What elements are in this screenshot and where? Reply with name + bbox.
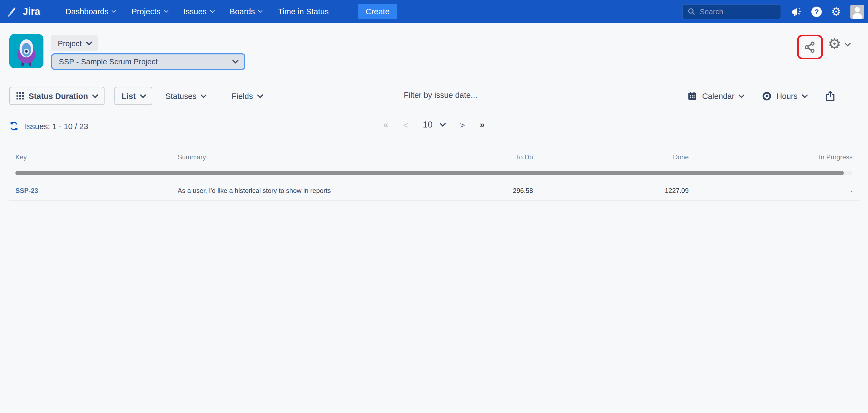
nav-right-cluster: Search ? ⚙ (682, 4, 868, 19)
issue-done-value: 1276.72 (539, 200, 695, 207)
gear-icon: ⚙ (828, 37, 841, 51)
bullseye-icon (763, 92, 772, 100)
user-avatar[interactable] (850, 5, 864, 19)
nav-time-in-status[interactable]: Time in Status (278, 7, 329, 16)
table-row: SSP-22 As a user, I'd like a historical … (9, 200, 859, 207)
share-icon (804, 41, 816, 53)
jira-logo-icon (8, 6, 19, 17)
col-header-key[interactable]: Key (9, 148, 172, 167)
chevron-down-icon (845, 40, 851, 46)
nav-projects[interactable]: Projects (131, 7, 167, 16)
nav-dashboards[interactable]: Dashboards (65, 7, 116, 16)
issue-summary: As a user, I'd like a historical story t… (172, 182, 419, 200)
date-filter-input[interactable]: Filter by issue date... (404, 91, 477, 100)
fields-dropdown[interactable]: Fields (231, 92, 262, 100)
statuses-dropdown[interactable]: Statuses (165, 92, 206, 100)
time-unit-dropdown[interactable]: Hours (763, 92, 807, 100)
jira-logo[interactable]: Jira (8, 6, 40, 17)
horizontal-scrollbar[interactable] (16, 171, 852, 175)
table-row: SSP-23 As a user, I'd like a historical … (9, 182, 859, 200)
chevron-down-icon (739, 92, 745, 98)
last-page-button[interactable]: » (479, 120, 485, 130)
next-page-button[interactable]: > (460, 120, 465, 130)
chevron-down-icon (440, 121, 446, 127)
table-header-row: Key Summary To Do Done In Progress (9, 148, 859, 167)
chevron-down-icon (802, 92, 808, 98)
announcement-icon[interactable] (790, 6, 802, 17)
search-icon (688, 8, 695, 15)
grid-icon (17, 92, 24, 100)
settings-icon[interactable]: ⚙ (831, 6, 841, 17)
project-select[interactable]: SSP - Sample Scrum Project (51, 53, 245, 70)
chevron-down-icon (257, 92, 263, 98)
view-dropdown[interactable]: List (115, 87, 152, 105)
chevron-down-icon (140, 92, 146, 98)
app-root: Jira Dashboards Projects Issues Boards T… (0, 0, 868, 207)
col-header-done[interactable]: Done (539, 148, 695, 167)
toolbar-right-cluster: Calendar Hours (688, 87, 835, 105)
chevron-down-icon (92, 92, 98, 98)
issue-key-link[interactable]: SSP-23 (16, 187, 38, 195)
chevron-down-icon (86, 39, 92, 45)
issue-todo-value: 296.58 (419, 182, 539, 200)
refresh-icon[interactable] (9, 122, 19, 131)
chevron-down-icon (232, 58, 239, 64)
issue-done-value: 1227.09 (539, 182, 695, 200)
top-nav: Jira Dashboards Projects Issues Boards T… (0, 0, 868, 23)
issue-inprogress-value: - (695, 200, 859, 207)
chevron-down-icon (258, 8, 262, 13)
search-placeholder: Search (700, 7, 723, 16)
issue-todo-value: 246.95 (419, 200, 539, 207)
page-size-select[interactable]: 10 (423, 120, 445, 130)
search-input[interactable]: Search (682, 4, 781, 19)
issue-key-link[interactable]: SSP-22 (16, 205, 38, 207)
report-type-dropdown[interactable]: Status Duration (9, 87, 104, 105)
create-button[interactable]: Create (358, 4, 397, 19)
pagination: « < 10 > » (383, 120, 485, 130)
calendar-dropdown[interactable]: Calendar (688, 91, 744, 101)
chevron-down-icon (200, 92, 207, 98)
report-settings-button[interactable]: ⚙ (828, 37, 850, 51)
chevron-down-icon (210, 8, 215, 13)
col-header-todo[interactable]: To Do (419, 148, 539, 167)
main-menu: Dashboards Projects Issues Boards Time i… (65, 4, 397, 19)
nav-issues[interactable]: Issues (183, 7, 214, 16)
chevron-down-icon (164, 8, 168, 13)
chevron-down-icon (112, 8, 116, 13)
issues-tbody: SSP-23 As a user, I'd like a historical … (9, 182, 859, 207)
issues-count-label: Issues: 1 - 10 / 23 (25, 122, 88, 131)
issue-inprogress-value: - (695, 182, 859, 200)
col-header-inprogress[interactable]: In Progress (695, 148, 859, 167)
nav-boards[interactable]: Boards (230, 7, 262, 16)
share-button-highlighted[interactable] (797, 35, 823, 59)
project-avatar (9, 34, 43, 68)
first-page-button[interactable]: « (383, 120, 389, 130)
issues-status-line: Issues: 1 - 10 / 23 (9, 122, 88, 131)
scrollbar-row (9, 167, 859, 182)
prev-page-button[interactable]: < (403, 120, 408, 130)
col-header-summary[interactable]: Summary (172, 148, 419, 167)
export-icon[interactable] (826, 91, 835, 101)
calendar-icon (688, 91, 697, 101)
project-monster-icon (9, 34, 43, 68)
scrollbar-thumb[interactable] (16, 171, 844, 175)
issues-table: Key Summary To Do Done In Progress SSP-2… (9, 148, 859, 207)
help-icon[interactable]: ? (811, 6, 822, 17)
report-scope-dropdown[interactable]: Project (51, 35, 98, 51)
jira-logo-text: Jira (23, 6, 40, 17)
report-toolbar: Status Duration List Statuses Fields Fil… (9, 87, 859, 105)
issue-summary: As a user, I'd like a historical story t… (172, 200, 419, 207)
